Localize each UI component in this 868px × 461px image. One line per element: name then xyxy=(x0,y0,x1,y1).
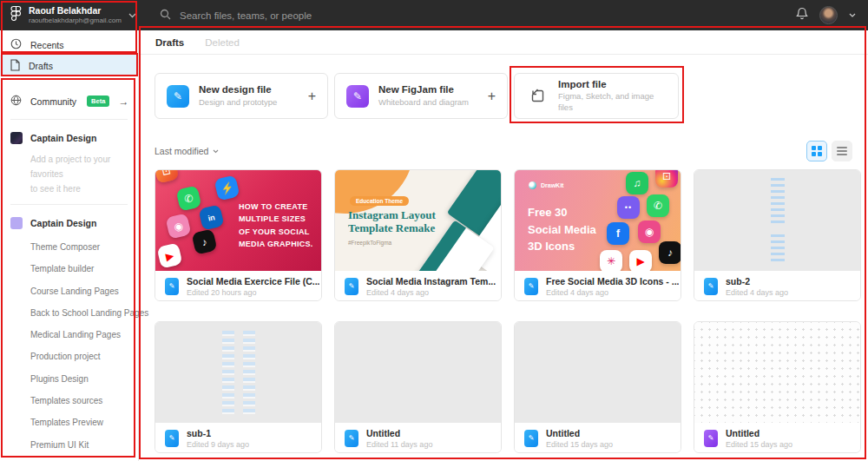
figma-file-icon: ✎ xyxy=(345,430,358,447)
project-item[interactable]: Back to School Landing Pages xyxy=(0,302,138,324)
tab-deleted[interactable]: Deleted xyxy=(205,37,240,48)
card-title: New FigJam file xyxy=(378,83,478,97)
import-file-card[interactable]: Import file Figma, Sketch, and image fil… xyxy=(514,73,679,119)
linkedin-icon: in xyxy=(199,205,225,231)
drawkit-logo-icon xyxy=(529,181,536,189)
new-figjam-file-card[interactable]: ✎ New FigJam file Whiteboard and diagram… xyxy=(334,73,508,119)
file-card-footer: ✎ Social Media Exercice File (C... Edite… xyxy=(155,271,321,301)
file-grid: ⊡ ⚡ ✆ in ◉ ♪ ▶ HOW TO CREATE MULTIPLE SI… xyxy=(155,169,852,453)
sidebar-item-label: Drafts xyxy=(29,61,53,71)
account-chevron-down-icon[interactable] xyxy=(128,13,136,18)
project-item[interactable]: Plugins Design xyxy=(0,368,138,390)
design-file-icon: ✎ xyxy=(167,85,189,108)
team-avatar xyxy=(10,132,23,144)
sidebar-item-community[interactable]: Community Beta → xyxy=(0,91,138,111)
file-card-footer: ✎ Untitled Edited 15 days ago xyxy=(515,423,681,453)
instagram-icon: ⊡ xyxy=(655,170,678,188)
project-item[interactable]: Templates sources xyxy=(0,390,138,412)
plus-icon[interactable]: + xyxy=(308,89,316,104)
beta-badge: Beta xyxy=(87,95,109,107)
card-subtitle: Figma, Sketch, and image files xyxy=(558,91,667,114)
file-name: Untitled xyxy=(366,428,432,438)
file-card[interactable]: ✎ Untitled Edited 11 days ago xyxy=(334,321,502,453)
new-design-file-card[interactable]: ✎ New design file Design and prototype + xyxy=(155,73,328,119)
tab-drafts[interactable]: Drafts xyxy=(155,37,184,48)
project-list: Theme Composer Template builder Course L… xyxy=(0,236,138,461)
facebook-icon: f xyxy=(607,222,629,245)
project-item[interactable]: Templates Preview xyxy=(0,412,138,433)
figjam-file-icon: ✎ xyxy=(704,430,718,447)
sort-dropdown[interactable]: Last modified xyxy=(155,146,219,156)
sidebar-item-recents[interactable]: Recents xyxy=(0,35,138,55)
list-view-button[interactable] xyxy=(832,141,852,161)
dribbble-icon: ◉ xyxy=(638,221,661,243)
file-card-footer: ✎ Social Media Instagram Tem... Edited 4… xyxy=(335,271,501,301)
bell-icon[interactable] xyxy=(796,7,808,23)
whatsapp-icon: ✆ xyxy=(176,186,202,212)
file-edited: Edited 11 days ago xyxy=(366,440,432,449)
figma-file-icon: ✎ xyxy=(524,430,538,447)
profile-chevron-down-icon[interactable] xyxy=(849,13,856,17)
user-avatar[interactable] xyxy=(819,6,838,24)
file-name: Untitled xyxy=(546,428,613,438)
file-thumbnail: DrawKit Free 30 Social Media 3D Icons ♫ … xyxy=(515,170,681,271)
project-item[interactable]: Theme Composer xyxy=(0,236,138,258)
file-card[interactable]: ✎ sub-2 Edited 4 days ago xyxy=(694,169,861,301)
file-card-footer: ✎ Free Social Media 3D Icons - ... Edite… xyxy=(515,271,681,301)
file-name: Social Media Exercice File (C... xyxy=(187,276,319,286)
account-switcher[interactable]: Raouf Belakhdar raoufbelakhdarph@gmail.c… xyxy=(0,0,139,30)
file-edited: Edited 20 hours ago xyxy=(187,288,319,297)
file-card[interactable]: ✎ Untitled Edited 15 days ago xyxy=(694,321,861,453)
sidebar-item-drafts[interactable]: Drafts xyxy=(0,55,138,76)
file-name: Social Media Instagram Tem... xyxy=(366,276,496,286)
project-item[interactable]: Premium UI Kit xyxy=(0,434,138,456)
tiny-layers-decoration xyxy=(771,234,785,264)
tiny-layers-decoration xyxy=(771,178,785,227)
file-card-footer: ✎ Untitled Edited 11 days ago xyxy=(335,423,501,453)
spotify-icon: ♫ xyxy=(626,172,648,194)
account-name: Raouf Belakhdar xyxy=(29,5,122,16)
project-item[interactable]: Premium templates xyxy=(0,456,138,461)
new-file-cards: ✎ New design file Design and prototype +… xyxy=(155,73,852,119)
file-name: Untitled xyxy=(726,428,792,438)
whatsapp-icon: ✆ xyxy=(647,194,669,217)
card-title: New design file xyxy=(199,83,299,97)
view-toggles xyxy=(806,141,852,161)
sidebar-item-label: Community xyxy=(30,96,76,107)
import-icon xyxy=(526,85,549,108)
tiktok-icon: ♪ xyxy=(659,241,681,264)
figma-file-browser: Raouf Belakhdar raoufbelakhdarph@gmail.c… xyxy=(0,0,868,461)
search-input[interactable] xyxy=(180,10,457,21)
thumbnail-title: Instagram Layout Template Remake xyxy=(348,208,436,235)
file-card[interactable]: ✎ Untitled Edited 15 days ago xyxy=(514,321,681,453)
file-card[interactable]: ⊡ ⚡ ✆ in ◉ ♪ ▶ HOW TO CREATE MULTIPLE SI… xyxy=(155,169,322,301)
discord-icon: •• xyxy=(617,196,640,219)
figma-logo-icon xyxy=(10,5,22,25)
file-card[interactable]: ✎ sub-1 Edited 9 days ago xyxy=(155,321,322,453)
thumbnail-badge: Education Theme xyxy=(350,196,409,206)
project-item[interactable]: Production project xyxy=(0,346,138,367)
topbar-right xyxy=(796,6,868,24)
team-name: Captain Design xyxy=(30,218,96,228)
chevron-down-icon xyxy=(213,149,219,154)
grid-view-button[interactable] xyxy=(806,141,827,161)
file-card[interactable]: Education Theme Instagram Layout Templat… xyxy=(334,169,502,301)
file-card[interactable]: DrawKit Free 30 Social Media 3D Icons ♫ … xyxy=(514,169,681,301)
file-card-footer: ✎ sub-1 Edited 9 days ago xyxy=(155,423,321,453)
file-edited: Edited 9 days ago xyxy=(187,440,249,449)
file-thumbnail xyxy=(515,322,681,423)
favorites-team-header[interactable]: Captain Design xyxy=(0,132,138,144)
project-item[interactable]: Template builder xyxy=(0,258,138,280)
team-header[interactable]: Captain Design xyxy=(0,217,138,229)
project-item[interactable]: Medical Landing Pages xyxy=(0,324,138,346)
arrow-right-icon[interactable]: → xyxy=(118,95,128,108)
project-item[interactable]: Course Landing Pages xyxy=(0,280,138,302)
tiny-layers-decoration xyxy=(243,331,255,414)
card-title: Import file xyxy=(558,78,667,92)
instagram-icon: ⊡ xyxy=(155,170,179,183)
team-avatar xyxy=(10,217,23,229)
sidebar-divider xyxy=(10,119,128,120)
plus-icon[interactable]: + xyxy=(488,89,496,104)
file-edited: Edited 15 days ago xyxy=(546,440,613,449)
search-icon xyxy=(160,8,171,23)
